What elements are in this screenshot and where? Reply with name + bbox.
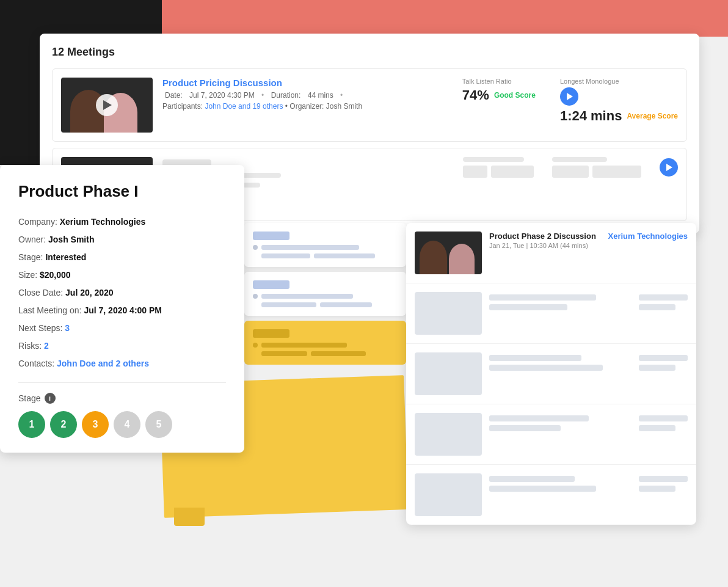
ph-play-btn[interactable]	[660, 158, 678, 177]
middle-meetings-section	[244, 223, 406, 370]
right-thumb-ph-4	[415, 413, 482, 456]
stage-label-text: Stage:	[18, 252, 43, 262]
ph-stat-val-1	[463, 166, 487, 178]
deal-size-row: Size: $20,000	[18, 269, 226, 282]
deal-title: Product Phase I	[18, 182, 226, 201]
play-triangle-small-icon	[567, 93, 573, 100]
talk-listen-value: 74%	[462, 87, 489, 103]
ph-line-r2a	[639, 294, 688, 301]
deal-company-row: Company: Xerium Technologies	[18, 216, 226, 228]
ph-stat-1	[463, 157, 534, 178]
stage-dot-2[interactable]: 2	[50, 411, 77, 438]
ph-line-3a	[489, 355, 581, 361]
stage-dot-4[interactable]: 4	[114, 411, 140, 438]
right-meeting-info-1: Product Phase 2 Discussion Jan 21, Tue |…	[489, 232, 600, 249]
stage-label-row: Stage i	[18, 393, 226, 404]
ph-stat-val-2	[552, 166, 589, 178]
next-steps-value[interactable]: 3	[65, 323, 70, 333]
mm-dot-1	[253, 245, 258, 250]
talk-listen-label: Talk Listen Ratio	[462, 78, 536, 85]
right-meeting-company-1[interactable]: Xerium Technologies	[608, 232, 688, 241]
duration-label: Duration:	[271, 91, 301, 100]
right-text-ph-5	[489, 473, 632, 492]
organizer-label: Organizer:	[289, 102, 324, 111]
stage-dot-1[interactable]: 1	[18, 411, 45, 438]
stage-value: Interested	[45, 252, 86, 262]
talk-listen-stat: Talk Listen Ratio 74% Good Score	[462, 78, 536, 103]
meeting-thumbnail-1[interactable]	[61, 78, 153, 133]
right-meeting-thumb-1[interactable]	[415, 232, 482, 274]
meeting-title-link[interactable]: Product Pricing Discussion	[162, 78, 282, 88]
ph-line-5b	[489, 486, 596, 492]
risks-label: Risks:	[18, 341, 42, 351]
ph-stat-score-1	[491, 166, 534, 178]
ph-play-triangle	[666, 164, 672, 171]
participants-link[interactable]: John Doe and 19 others	[205, 102, 283, 111]
talk-listen-score: Good Score	[494, 91, 536, 100]
mm-ph-short-3a	[261, 351, 307, 356]
mm-dot-3	[253, 343, 258, 348]
mm-row-2	[253, 294, 398, 299]
ph-line-r4b	[639, 425, 675, 431]
right-thumb-ph-2	[415, 292, 482, 335]
mm-ph-line-3	[261, 343, 347, 348]
monologue-value-row	[560, 87, 678, 106]
mm-ph-title-1	[253, 232, 289, 240]
ph-line-4a	[489, 415, 589, 421]
contacts-value[interactable]: John Doe and 2 others	[57, 359, 149, 368]
right-text-ph-3	[489, 352, 632, 371]
play-button-small[interactable]	[560, 87, 578, 106]
mm-two-ph-2	[261, 302, 398, 307]
next-steps-label: Next Steps:	[18, 323, 62, 333]
stage-dot-5[interactable]: 5	[145, 411, 172, 438]
stage-dot-3[interactable]: 3	[82, 411, 109, 438]
company-value: Xerium Technologies	[60, 217, 146, 227]
deal-owner-row: Owner: Josh Smith	[18, 233, 226, 246]
dot-separator-1: •	[261, 91, 264, 100]
meeting-duration: 44 mins	[308, 91, 333, 100]
info-icon[interactable]: i	[45, 393, 56, 404]
ph-line-r5a	[639, 476, 688, 482]
monologue-score-row: 1:24 mins Average Score	[560, 108, 678, 124]
deal-last-meeting-row: Last Meeting on: Jul 7, 2020 4:00 PM	[18, 304, 226, 317]
right-meeting-placeholder-2	[406, 283, 696, 344]
deal-stage-row: Stage: Interested	[18, 251, 226, 264]
right-meeting-placeholder-3	[406, 344, 696, 404]
ph-stat-label-1	[463, 157, 524, 162]
size-label: Size:	[18, 270, 37, 280]
ph-stat-score-2	[592, 166, 641, 178]
ph-line-r3a	[639, 355, 688, 361]
deal-contacts-row: Contacts: John Doe and 2 others	[18, 357, 226, 370]
stage-dots: 1 2 3 4 5	[18, 411, 226, 438]
ph-stat-row-2	[552, 166, 641, 178]
deal-card: Product Phase I Company: Xerium Technolo…	[0, 165, 244, 453]
mm-ph-short-1b	[314, 253, 375, 258]
mm-row-3	[253, 343, 398, 348]
owner-label: Owner:	[18, 235, 46, 244]
mm-ph-line-2	[261, 294, 353, 299]
right-text-ph-2	[489, 292, 632, 310]
monologue-label: Longest Monologue	[560, 78, 678, 85]
risks-value[interactable]: 2	[44, 341, 49, 351]
yellow-tab	[174, 508, 205, 526]
deal-info-section: Company: Xerium Technologies Owner: Josh…	[18, 216, 226, 370]
mm-ph-short-1a	[261, 253, 310, 258]
meeting-date: Jul 7, 2020 4:30 PM	[189, 91, 255, 100]
ph-stat-2	[552, 157, 641, 178]
monologue-stat: Longest Monologue 1:24 mins Average Scor…	[560, 78, 678, 124]
dot-separator-2: •	[340, 91, 343, 100]
meeting-stats: Talk Listen Ratio 74% Good Score Longest…	[462, 78, 678, 124]
right-meeting-title-1: Product Phase 2 Discussion	[489, 232, 600, 241]
divider	[18, 382, 226, 383]
meeting-participants: Participants: John Doe and 19 others • O…	[162, 102, 453, 111]
right-ph-right-2	[639, 292, 688, 310]
meetings-count: 12 Meetings	[52, 46, 687, 59]
ph-line-r5b	[639, 486, 675, 492]
right-meeting-placeholder-5	[406, 465, 696, 525]
right-face-1	[420, 241, 447, 274]
ph-line-4b	[489, 425, 561, 431]
right-text-ph-4	[489, 413, 632, 431]
play-button-overlay[interactable]	[96, 94, 118, 116]
mm-row-1	[253, 245, 398, 250]
right-meeting-date-1: Jan 21, Tue | 10:30 AM (44 mins)	[489, 242, 600, 249]
